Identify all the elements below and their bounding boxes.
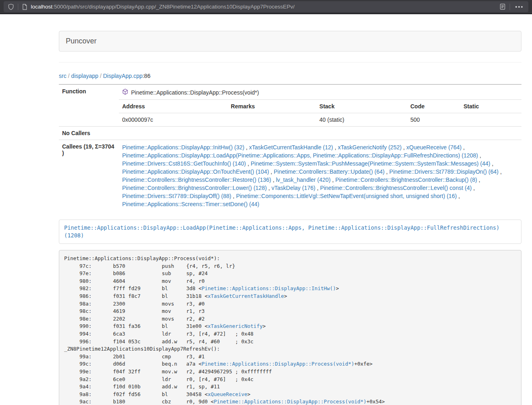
column-header-stack: Stack bbox=[316, 100, 407, 113]
reader-mode-icon[interactable] bbox=[499, 3, 506, 10]
asm-line: 97c: b570 push {r4, r5, r6, lr} bbox=[64, 263, 516, 270]
callee-link[interactable]: Pinetime::Drivers::Cst816S::GetTouchInfo… bbox=[122, 160, 246, 167]
remarks-value bbox=[228, 113, 316, 127]
callees-label: Callees (19, Σ=3704 ) bbox=[59, 140, 119, 212]
detail-header-row: Address Remarks Stack Code Static bbox=[119, 100, 521, 113]
asm-line: 9ac: b180 cbz r0, 9d0 <Pinetime::Applica… bbox=[64, 398, 516, 405]
static-value bbox=[460, 113, 521, 127]
breadcrumb-link-displayapp[interactable]: displayapp bbox=[71, 73, 98, 79]
callees-row: Callees (19, Σ=3704 ) Pinetime::Applicat… bbox=[59, 140, 521, 212]
breadcrumb-separator: / bbox=[98, 73, 103, 79]
highlighted-callee-box: Pinetime::Applications::DisplayApp::Load… bbox=[59, 220, 521, 244]
callee-link[interactable]: vTaskDelay (176) bbox=[271, 185, 315, 191]
column-header-remarks: Remarks bbox=[228, 100, 316, 113]
column-header-code: Code bbox=[407, 100, 460, 113]
asm-line: Pinetime::Applications::DisplayApp::Proc… bbox=[64, 255, 516, 263]
callee-link[interactable]: Pinetime::Applications::DisplayApp::OnTo… bbox=[122, 168, 269, 175]
asm-line: 99e: f04f 32ff mov.w r2, #4294967295 ; 0… bbox=[64, 368, 516, 376]
breadcrumb: src / displayapp / DisplayApp.cpp:86 bbox=[59, 73, 521, 79]
toolbar-divider bbox=[18, 4, 18, 10]
callee-link[interactable]: xQueueReceive (764) bbox=[406, 144, 461, 151]
breadcrumb-line-number: :86 bbox=[142, 73, 150, 79]
asm-line: 982: f7ff fd29 bl 3d8 <Pinetime::Applica… bbox=[64, 285, 516, 293]
callees-list: Pinetime::Applications::DisplayApp::Init… bbox=[119, 140, 521, 212]
breadcrumb-link-file[interactable]: DisplayApp.cpp bbox=[103, 73, 142, 79]
address-value: 0x0000097c bbox=[119, 113, 228, 127]
asm-line: 99c: d06d beq.n a7a <Pinetime::Applicati… bbox=[64, 360, 516, 368]
callee-link[interactable]: Pinetime::Controllers::BrightnessControl… bbox=[320, 185, 472, 191]
callee-link[interactable]: Pinetime::Controllers::Battery::Update()… bbox=[274, 168, 385, 175]
function-name-line: Pinetime::Applications::DisplayApp::Proc… bbox=[119, 85, 521, 99]
callee-link[interactable]: Pinetime::Applications::DisplayApp::Init… bbox=[122, 144, 244, 151]
symbol-table: Function Pinetime::Applications::Display… bbox=[59, 84, 521, 211]
disasm-symbol-link[interactable]: Pinetime::Applications::DisplayApp::Init… bbox=[202, 285, 336, 291]
function-name: Pinetime::Applications::DisplayApp::Proc… bbox=[131, 89, 259, 96]
asm-line: 994: 6ca3 ldr r3, [r4, #72] ; 0x48 bbox=[64, 330, 516, 338]
asm-line: 98c: 4619 mov r1, r3 bbox=[64, 308, 516, 315]
function-row-label: Function bbox=[59, 84, 119, 127]
asm-line: 990: f031 fa36 bl 31e00 <xTaskGenericNot… bbox=[64, 323, 516, 330]
asm-line: 9a2: 6ce0 ldr r0, [r4, #76] ; 0x4c bbox=[64, 376, 516, 383]
toolbar-divider bbox=[510, 4, 510, 10]
column-header-address: Address bbox=[119, 100, 228, 113]
disasm-symbol-link[interactable]: xQueueReceive bbox=[208, 391, 248, 397]
browser-toolbar: localhost:5000/path/src/displayapp/Displ… bbox=[0, 0, 532, 14]
callee-link[interactable]: Pinetime::Components::LittleVgl::SetNewT… bbox=[236, 193, 457, 199]
function-row: Function Pinetime::Applications::Display… bbox=[59, 84, 521, 127]
disasm-symbol-link[interactable]: xTaskGetCurrentTaskHandle bbox=[208, 293, 284, 299]
disasm-symbol-link[interactable]: Pinetime::Applications::DisplayApp::Proc… bbox=[214, 399, 366, 405]
divider bbox=[59, 62, 521, 62]
url-host: localhost bbox=[31, 4, 52, 10]
callee-link[interactable]: Pinetime::Controllers::BrightnessControl… bbox=[122, 177, 271, 183]
callee-link[interactable]: Pinetime::Applications::Screens::Timer::… bbox=[122, 201, 259, 207]
callee-link[interactable]: Pinetime::Controllers::BrightnessControl… bbox=[122, 185, 267, 191]
navbar: Puncover bbox=[59, 31, 521, 52]
breadcrumb-separator: / bbox=[67, 73, 71, 79]
asm-line: 97e: b086 sub sp, #24 bbox=[64, 270, 516, 278]
no-callers-row: No Callers bbox=[59, 127, 521, 140]
page-container: Puncover src / displayapp / DisplayApp.c… bbox=[59, 31, 521, 405]
shield-icon[interactable] bbox=[8, 4, 14, 10]
callee-link[interactable]: lv_task_handler (420) bbox=[276, 177, 331, 183]
code-size-value: 500 bbox=[407, 113, 460, 127]
callee-link[interactable]: Pinetime::Controllers::BrightnessControl… bbox=[335, 177, 477, 183]
no-callers-label: No Callers bbox=[59, 127, 119, 140]
callee-link[interactable]: xTaskGenericNotify (252) bbox=[338, 144, 401, 151]
page-actions-menu-icon[interactable] bbox=[514, 6, 524, 8]
symbol-cube-icon bbox=[122, 88, 128, 96]
detail-value-row: 0x0000097c 40 (static) 500 bbox=[119, 113, 521, 127]
breadcrumb-link-src[interactable]: src bbox=[59, 73, 67, 79]
disasm-symbol-link[interactable]: xTaskGenericNotify bbox=[208, 323, 263, 329]
brand-link[interactable]: Puncover bbox=[59, 31, 103, 51]
asm-line: 98e: 2202 movs r2, #2 bbox=[64, 315, 516, 323]
asm-line: 9a4: f10d 010b add.w r1, sp, #11 bbox=[64, 383, 516, 391]
address-bar[interactable]: localhost:5000/path/src/displayapp/Displ… bbox=[4, 1, 528, 12]
function-detail-table: Address Remarks Stack Code Static 0x0000… bbox=[119, 99, 521, 126]
disassembly-code: Pinetime::Applications::DisplayApp::Proc… bbox=[59, 250, 521, 405]
callee-link[interactable]: Pinetime::Drivers::St7789::DisplayOn() (… bbox=[389, 168, 498, 175]
stack-value: 40 (static) bbox=[316, 113, 407, 127]
column-header-static: Static bbox=[460, 100, 521, 113]
asm-line: _ZN8Pinetime12Applications10DisplayApp7R… bbox=[64, 345, 516, 353]
asm-line: 98a: 2300 movs r3, #0 bbox=[64, 300, 516, 308]
callee-link[interactable]: Pinetime::System::SystemTask::PushMessag… bbox=[251, 160, 491, 167]
callee-link[interactable]: xTaskGetCurrentTaskHandle (12) bbox=[249, 144, 333, 151]
asm-line: 980: 4604 mov r4, r0 bbox=[64, 278, 516, 285]
asm-line: 996: f104 053c add.w r5, r4, #60 ; 0x3c bbox=[64, 338, 516, 346]
url-path: :5000/path/src/displayapp/DisplayApp.cpp… bbox=[52, 4, 295, 10]
asm-line: 986: f031 f8c7 bl 31b18 <xTaskGetCurrent… bbox=[64, 293, 516, 300]
highlighted-callee-link[interactable]: Pinetime::Applications::DisplayApp::Load… bbox=[64, 224, 500, 239]
callee-link[interactable]: Pinetime::Applications::DisplayApp::Load… bbox=[122, 152, 478, 159]
asm-line: 99a: 2b01 cmp r3, #1 bbox=[64, 353, 516, 361]
asm-line: 9a8: f02f fd56 bl 30458 <xQueueReceive> bbox=[64, 391, 516, 399]
callee-link[interactable]: Pinetime::Drivers::St7789::DisplayOff() … bbox=[122, 193, 231, 199]
page-icon[interactable] bbox=[22, 4, 28, 10]
url-text[interactable]: localhost:5000/path/src/displayapp/Displ… bbox=[31, 4, 499, 10]
disasm-symbol-link[interactable]: Pinetime::Applications::DisplayApp::Proc… bbox=[202, 361, 354, 367]
